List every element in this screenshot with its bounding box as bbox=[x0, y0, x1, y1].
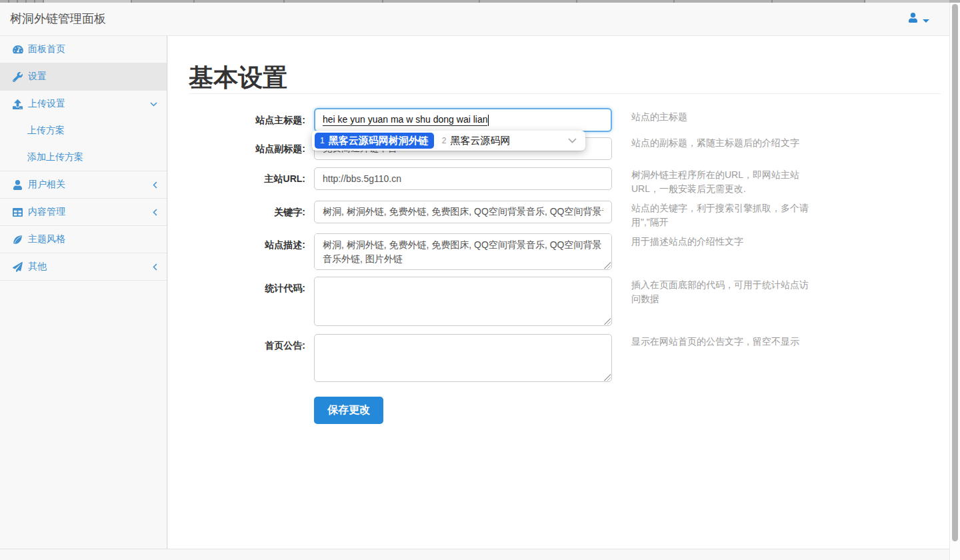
user-icon bbox=[12, 179, 23, 190]
description-textarea[interactable]: 树洞, 树洞外链, 免费外链, 免费图床, QQ空间背景音乐, QQ空间背景音乐… bbox=[314, 233, 612, 270]
sidebar-item-label: 主题风格 bbox=[28, 233, 65, 245]
stats-code-textarea[interactable] bbox=[314, 277, 612, 326]
keywords-input[interactable] bbox=[314, 201, 612, 223]
sidebar-item-label: 上传设置 bbox=[28, 98, 65, 110]
notice-textarea[interactable] bbox=[314, 334, 612, 382]
field-help-notice: 显示在网站首页的公告文字，留空不显示 bbox=[631, 335, 810, 349]
sidebar-item-settings[interactable]: 设置 bbox=[0, 63, 167, 90]
app-title: 树洞外链管理面板 bbox=[10, 3, 106, 35]
field-label-subtitle: 站点副标题: bbox=[189, 137, 305, 160]
table-icon bbox=[12, 207, 23, 217]
field-label-notice: 首页公告: bbox=[189, 334, 305, 357]
admin-panel-page: 树洞外链管理面板 面板首页 设置 bbox=[0, 0, 960, 560]
chevron-down-icon bbox=[150, 91, 157, 117]
title-divider bbox=[189, 93, 941, 94]
ime-candidate-2[interactable]: 2 黑客云源码网 bbox=[442, 135, 511, 147]
field-help-keywords: 站点的关键字，利于搜索引擎抓取，多个请用","隔开 bbox=[631, 201, 810, 229]
ime-candidate-1[interactable]: 1 黑客云源码网树洞外链 bbox=[315, 133, 434, 149]
sidebar-item-dashboard[interactable]: 面板首页 bbox=[0, 36, 167, 63]
sidebar-item-label: 内容管理 bbox=[28, 206, 65, 218]
sidebar-item-label: 面板首页 bbox=[28, 43, 65, 55]
sidebar-nav: 面板首页 设置 上传设置 上传方案 bbox=[0, 36, 167, 549]
sidebar-item-label: 其他 bbox=[28, 261, 47, 273]
sidebar-item-add-upload-plan[interactable]: 添加上传方案 bbox=[0, 144, 167, 171]
sidebar-item-other[interactable]: 其他 bbox=[0, 253, 167, 280]
wrench-icon bbox=[12, 71, 23, 82]
ime-composition-text: hei ke yun yuan ma w shu dong wai lian bbox=[323, 114, 487, 126]
save-changes-button[interactable]: 保存更改 bbox=[314, 397, 383, 424]
ime-candidate-text: 黑客云源码网 bbox=[450, 135, 510, 147]
ime-expand-chevron-icon[interactable] bbox=[568, 138, 577, 143]
text-caret bbox=[488, 115, 489, 126]
field-help-url: 树洞外链主程序所在的URL，即网站主站URL，一般安装后无需更改. bbox=[631, 168, 810, 196]
upload-icon bbox=[12, 99, 23, 109]
field-help-site-title: 站点的主标题 bbox=[631, 110, 810, 124]
sidebar-item-upload-plan[interactable]: 上传方案 bbox=[0, 117, 167, 144]
sidebar-item-upload-settings[interactable]: 上传设置 bbox=[0, 91, 167, 117]
field-help-description: 用于描述站点的介绍性文字 bbox=[631, 235, 810, 249]
top-navbar: 树洞外链管理面板 bbox=[0, 3, 960, 36]
scrollbar-thumb[interactable] bbox=[952, 4, 958, 541]
sidebar-item-users[interactable]: 用户相关 bbox=[0, 171, 167, 198]
sidebar-subitem-label: 上传方案 bbox=[27, 125, 65, 137]
leaf-icon bbox=[12, 234, 23, 245]
paper-plane-icon bbox=[12, 261, 23, 272]
page-footer-strip bbox=[0, 549, 949, 560]
sidebar-subitem-label: 添加上传方案 bbox=[27, 151, 83, 163]
user-icon bbox=[908, 13, 918, 25]
chevron-left-icon bbox=[153, 171, 157, 198]
sidebar-item-content[interactable]: 内容管理 bbox=[0, 199, 167, 225]
chevron-left-icon bbox=[153, 199, 157, 225]
chevron-left-icon bbox=[153, 253, 157, 280]
field-label-keywords: 关键字: bbox=[189, 201, 305, 223]
page-title: 基本设置 bbox=[189, 61, 287, 95]
ime-candidate-popup: 1 黑客云源码网树洞外链 2 黑客云源码网 bbox=[312, 131, 585, 151]
field-label-url: 主站URL: bbox=[189, 167, 305, 190]
field-label-site-title: 站点主标题: bbox=[189, 109, 305, 131]
sidebar-item-label: 用户相关 bbox=[28, 179, 65, 191]
site-url-input[interactable] bbox=[314, 167, 612, 190]
site-title-input[interactable]: hei ke yun yuan ma w shu dong wai lian bbox=[314, 108, 612, 132]
sidebar-item-label: 设置 bbox=[28, 71, 47, 83]
caret-down-icon bbox=[923, 13, 929, 25]
ime-candidate-index: 2 bbox=[442, 136, 447, 145]
field-help-subtitle: 站点的副标题，紧随主标题后的介绍文字 bbox=[631, 136, 810, 150]
sidebar-item-theme[interactable]: 主题风格 bbox=[0, 226, 167, 253]
field-help-stats-code: 插入在页面底部的代码，可用于统计站点访问数据 bbox=[631, 278, 810, 306]
dashboard-icon bbox=[12, 44, 23, 55]
ime-candidate-index: 1 bbox=[320, 136, 325, 145]
user-menu[interactable] bbox=[908, 3, 929, 35]
ime-candidate-text: 黑客云源码网树洞外链 bbox=[329, 135, 429, 147]
field-label-description: 站点描述: bbox=[189, 233, 305, 256]
field-label-stats-code: 统计代码: bbox=[189, 277, 305, 299]
